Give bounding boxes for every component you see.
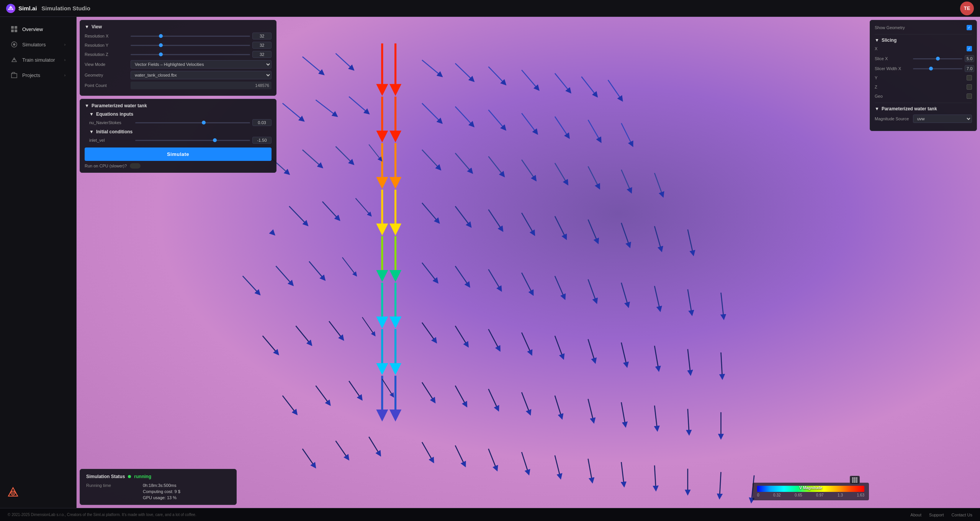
svg-line-34 xyxy=(522,70,538,89)
slice-x-checkbox-row: X ✓ xyxy=(875,46,972,51)
svg-line-86 xyxy=(721,293,724,317)
svg-line-105 xyxy=(422,382,434,401)
simulate-button[interactable]: Simulate xyxy=(85,147,272,161)
rp-param-collapse-arrow[interactable]: ▼ xyxy=(875,106,879,111)
magnitude-source-select[interactable]: uvw xyxy=(913,115,972,123)
view-mode-label: View Mode xyxy=(85,62,131,67)
slice-geo-checkbox[interactable] xyxy=(967,93,972,99)
slice-x-checkbox[interactable]: ✓ xyxy=(967,46,972,51)
slice-y-label: Y xyxy=(875,75,967,80)
resolution-y-slider[interactable] xyxy=(131,45,250,46)
svg-line-96 xyxy=(588,339,595,361)
slicing-label: Slicing xyxy=(882,38,897,43)
svg-point-12 xyxy=(12,492,14,494)
slicing-header: ▼ Slicing xyxy=(875,34,972,43)
topbar: Siml.ai Simulation Studio TE xyxy=(0,0,980,17)
sidebar-label-train: Train simulator xyxy=(22,57,55,63)
svg-line-104 xyxy=(382,379,393,395)
svg-rect-137 xyxy=(856,481,857,483)
magnitude-source-row: Magnitude Source uvw xyxy=(875,115,972,123)
svg-line-58 xyxy=(621,170,630,191)
svg-line-93 xyxy=(488,329,499,349)
svg-rect-132 xyxy=(852,479,854,481)
geometry-select[interactable]: water_tank_closed.fbx xyxy=(131,71,272,79)
slicer-width-x-row: Slicer Width X 7.0 xyxy=(875,65,972,72)
svg-line-74 xyxy=(276,266,292,284)
footer-support-link[interactable]: Support xyxy=(929,513,944,517)
resolution-z-slider[interactable] xyxy=(131,54,250,55)
resolution-x-slider[interactable] xyxy=(131,36,250,37)
svg-line-67 xyxy=(522,213,533,234)
slice-z-row: Z xyxy=(875,84,972,90)
resolution-x-label: Resolution X xyxy=(85,34,131,38)
resolution-z-row: Resolution Z 32 xyxy=(85,51,272,58)
svg-line-121 xyxy=(522,452,528,473)
slice-x-slider[interactable] xyxy=(913,58,962,59)
view-collapse-arrow[interactable]: ▼ xyxy=(85,24,89,29)
svg-line-125 xyxy=(654,465,656,489)
slicer-width-x-slider[interactable] xyxy=(913,68,962,69)
footer-contact-link[interactable]: Contact Us xyxy=(952,513,972,517)
user-avatar[interactable]: TE xyxy=(960,2,974,15)
nu-label: nu_NavierStokes xyxy=(89,120,135,125)
param-section-header: ▼ Parameterized water tank xyxy=(85,103,272,108)
param-collapse-arrow[interactable]: ▼ xyxy=(85,103,89,108)
svg-line-57 xyxy=(588,166,599,187)
svg-line-73 xyxy=(243,276,259,293)
sidebar-item-projects[interactable]: Projects › xyxy=(3,68,73,82)
run-cpu-toggle[interactable] xyxy=(130,163,141,169)
footer-about-link[interactable]: About xyxy=(910,513,921,517)
svg-line-69 xyxy=(588,220,597,241)
svg-line-38 xyxy=(283,103,303,120)
resolution-y-label: Resolution Y xyxy=(85,43,131,48)
inlet-vel-slider[interactable] xyxy=(135,140,250,141)
svg-line-43 xyxy=(488,110,504,129)
slice-z-label: Z xyxy=(875,85,967,89)
slice-y-checkbox[interactable] xyxy=(967,75,972,80)
view-header-label: View xyxy=(92,24,102,29)
point-count-display: 148576 xyxy=(131,82,272,89)
show-geometry-row: Show Geometry ✓ xyxy=(875,25,972,30)
svg-line-99 xyxy=(688,349,690,373)
view-mode-select[interactable]: Vector Fields – Highlighted Velocities xyxy=(131,60,272,69)
nu-slider[interactable] xyxy=(135,122,250,123)
nu-slider-wrap: 0.03 xyxy=(135,119,272,126)
svg-line-124 xyxy=(621,462,624,485)
svg-line-84 xyxy=(654,286,660,309)
svg-line-31 xyxy=(422,60,441,75)
sidebar-item-overview[interactable]: Overview xyxy=(3,22,73,36)
show-geometry-label: Show Geometry xyxy=(875,25,967,30)
initial-collapse-arrow[interactable]: ▼ xyxy=(89,129,94,134)
resolution-x-value: 32 xyxy=(252,33,272,39)
sidebar-item-train[interactable]: Train simulator › xyxy=(3,52,73,67)
svg-line-35 xyxy=(555,73,569,91)
svg-line-119 xyxy=(455,446,465,465)
svg-rect-5 xyxy=(15,29,17,32)
colorbar-grid-button[interactable] xyxy=(850,476,860,484)
geometry-row: Geometry water_tank_closed.fbx xyxy=(85,71,272,79)
sim-viewport[interactable]: ▼ View Resolution X 32 Resolution Y xyxy=(77,17,980,508)
sidebar-label-simulators: Simulators xyxy=(22,42,46,48)
footer: © 2021-2025 DimensionLab s.r.o., Creator… xyxy=(0,508,980,521)
sidebar-item-simulators[interactable]: Simulators › xyxy=(3,37,73,52)
status-running-label: running xyxy=(134,474,151,479)
slicing-collapse-arrow[interactable]: ▼ xyxy=(875,38,879,43)
slice-z-checkbox[interactable] xyxy=(967,84,972,90)
slicer-width-x-label: Slicer Width X xyxy=(875,66,913,71)
inlet-vel-row: inlet_vel -1.50 xyxy=(85,137,272,144)
equations-subheader: ▼ Equations inputs xyxy=(85,111,272,117)
overview-icon xyxy=(11,26,18,33)
rp-param-label: Parameterized water tank xyxy=(882,106,937,111)
svg-line-56 xyxy=(555,163,567,183)
show-geometry-checkbox[interactable]: ✓ xyxy=(967,25,972,30)
svg-line-64 xyxy=(422,203,438,222)
equations-collapse-arrow[interactable]: ▼ xyxy=(89,111,94,117)
cb-label-3: 0.97 xyxy=(816,493,823,497)
sidebar-label-overview: Overview xyxy=(22,26,43,32)
svg-line-85 xyxy=(688,289,692,313)
svg-line-110 xyxy=(588,399,594,421)
svg-line-117 xyxy=(369,437,380,454)
svg-rect-135 xyxy=(852,481,854,483)
computing-cost-key xyxy=(86,489,140,494)
svg-line-87 xyxy=(263,336,277,353)
